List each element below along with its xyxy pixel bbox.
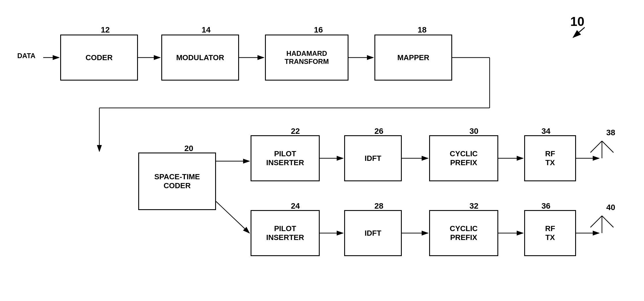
pilot-inserter-top-ref: 22	[291, 127, 300, 136]
idft-top-block: IDFT	[344, 135, 402, 181]
system-ref: 10	[570, 14, 584, 29]
rf-tx-bot-ref: 36	[541, 201, 550, 211]
modulator-ref: 14	[202, 25, 211, 35]
pilot-inserter-bot-block: PILOTINSERTER	[251, 210, 320, 256]
svg-line-10	[216, 201, 249, 233]
cyclic-prefix-top-block: CYCLICPREFIX	[429, 135, 498, 181]
svg-line-20	[590, 141, 602, 153]
pilot-inserter-bot-ref: 24	[291, 201, 300, 211]
coder-block: CODER	[60, 35, 138, 81]
idft-top-ref: 26	[374, 127, 383, 136]
rf-tx-top-block: RFTX	[524, 135, 576, 181]
cyclic-prefix-top-ref: 30	[469, 127, 478, 136]
hadamard-ref: 16	[314, 25, 323, 35]
antenna-bot-ref: 40	[606, 203, 615, 212]
cyclic-prefix-bot-ref: 32	[469, 201, 478, 211]
rf-tx-bot-block: RFTX	[524, 210, 576, 256]
svg-line-25	[573, 27, 585, 37]
data-label: DATA	[17, 52, 35, 60]
rf-tx-top-ref: 34	[541, 127, 550, 136]
mapper-ref: 18	[418, 25, 427, 35]
cyclic-prefix-bot-block: CYCLICPREFIX	[429, 210, 498, 256]
hadamard-block: HADAMARDTRANSFORM	[265, 35, 348, 81]
space-time-coder-ref: 20	[184, 144, 193, 153]
idft-bot-ref: 28	[374, 201, 383, 211]
pilot-inserter-top-block: PILOTINSERTER	[251, 135, 320, 181]
svg-line-21	[602, 141, 613, 153]
antenna-top-ref: 38	[606, 128, 615, 137]
mapper-block: MAPPER	[374, 35, 452, 81]
space-time-coder-block: SPACE-TIMECODER	[138, 153, 216, 210]
svg-line-23	[590, 216, 602, 227]
modulator-block: MODULATOR	[161, 35, 239, 81]
idft-bot-block: IDFT	[344, 210, 402, 256]
diagram: DATA CODER 12 MODULATOR 14 HADAMARDTRANS…	[0, 0, 644, 301]
coder-ref: 12	[101, 25, 110, 35]
svg-line-24	[602, 216, 613, 227]
